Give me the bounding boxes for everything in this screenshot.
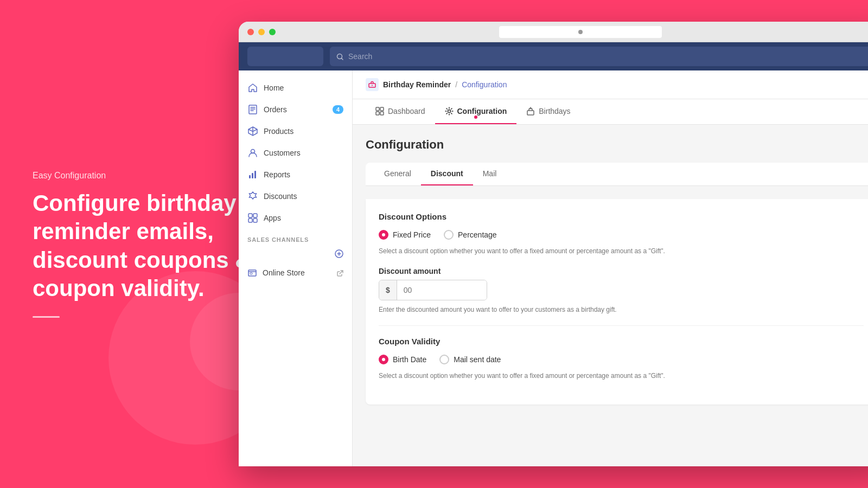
breadcrumb-app: Birthday Reminder xyxy=(383,80,451,89)
config-card: Discount Options Fixed Price Percentage xyxy=(366,199,868,404)
home-icon xyxy=(247,82,258,93)
tab-configuration[interactable]: Configuration xyxy=(435,99,517,124)
radio-birth-date[interactable]: Birth Date xyxy=(379,355,426,364)
browser-dot-red[interactable] xyxy=(247,29,254,35)
apps-icon xyxy=(247,213,258,223)
section-divider xyxy=(379,325,864,326)
sidebar-label-home: Home xyxy=(264,84,284,92)
orders-icon xyxy=(247,104,258,115)
svg-rect-16 xyxy=(376,107,379,111)
radio-fixed-price[interactable]: Fixed Price xyxy=(379,230,431,240)
radio-mail-sent-date-circle xyxy=(439,355,449,364)
discount-amount-label: Discount amount xyxy=(379,267,864,275)
radio-mail-sent-date[interactable]: Mail sent date xyxy=(439,355,501,364)
radio-birth-date-label: Birth Date xyxy=(393,355,426,364)
breadcrumb-separator: / xyxy=(455,80,457,89)
sidebar-label-customers: Customers xyxy=(264,149,301,157)
svg-rect-17 xyxy=(380,107,384,111)
breadcrumb-page: Configuration xyxy=(462,80,507,89)
sidebar-item-products[interactable]: Products xyxy=(239,120,352,142)
discounts-icon xyxy=(247,191,258,202)
online-store-icon xyxy=(247,268,257,278)
coupon-validity-group: Birth Date Mail sent date xyxy=(379,355,864,364)
sidebar-label-orders: Orders xyxy=(264,105,287,114)
svg-rect-4 xyxy=(249,175,251,178)
tab-active-dot xyxy=(474,115,477,119)
svg-point-20 xyxy=(448,110,450,113)
sub-tab-general[interactable]: General xyxy=(374,163,421,185)
tab-birthdays[interactable]: Birthdays xyxy=(516,99,580,124)
browser-dot-green[interactable] xyxy=(269,29,276,35)
coupon-validity-help: Select a discount option whether you wan… xyxy=(379,371,864,381)
content-header: Birthday Reminder / Configuration xyxy=(353,70,868,99)
tab-configuration-label: Configuration xyxy=(457,107,507,115)
sidebar-item-customers[interactable]: Customers xyxy=(239,142,352,164)
tab-dashboard-label: Dashboard xyxy=(388,107,425,115)
discount-options-heading: Discount Options xyxy=(379,212,864,221)
coupon-validity-heading: Coupon Validity xyxy=(379,337,864,346)
discount-amount-input-group: $ xyxy=(379,280,487,300)
browser-dot-yellow[interactable] xyxy=(258,29,265,35)
browser-window: Home Orders 4 xyxy=(239,22,868,466)
online-store-label: Online Store xyxy=(263,268,305,277)
svg-rect-9 xyxy=(248,219,252,222)
shop-logo xyxy=(247,47,323,66)
discount-options-help: Select a discount option whether you wan… xyxy=(379,246,864,256)
sidebar-label-apps: Apps xyxy=(264,214,281,222)
radio-mail-sent-date-label: Mail sent date xyxy=(454,355,501,364)
tabs-bar: Dashboard Configuration xyxy=(353,99,868,125)
tab-birthdays-label: Birthdays xyxy=(539,107,570,115)
discount-amount-input[interactable] xyxy=(397,280,487,300)
url-indicator xyxy=(578,30,583,34)
radio-birth-date-circle xyxy=(379,355,388,364)
customers-icon xyxy=(247,147,258,158)
reports-icon xyxy=(247,169,258,180)
sidebar-item-online-store[interactable]: Online Store xyxy=(239,262,352,283)
svg-rect-7 xyxy=(248,214,252,217)
sidebar-item-discounts[interactable]: Discounts xyxy=(239,185,352,207)
sidebar-label-reports: Reports xyxy=(264,170,290,179)
sidebar-item-home[interactable]: Home xyxy=(239,77,352,99)
sidebar-item-orders[interactable]: Orders 4 xyxy=(239,99,352,120)
sidebar-label-discounts: Discounts xyxy=(264,192,297,201)
svg-rect-21 xyxy=(527,111,534,115)
svg-rect-13 xyxy=(250,273,252,274)
content-area: Birthday Reminder / Configuration Dashbo… xyxy=(353,70,868,466)
search-input[interactable] xyxy=(348,52,868,61)
products-icon xyxy=(247,126,258,137)
discount-amount-help: Enter the discounted amount you want to … xyxy=(379,305,864,314)
main-area: Home Orders 4 xyxy=(239,70,868,466)
sub-tab-mail[interactable]: Mail xyxy=(473,163,507,185)
headline-divider xyxy=(33,316,60,318)
svg-rect-18 xyxy=(376,112,379,115)
sidebar-item-reports[interactable]: Reports xyxy=(239,164,352,185)
config-content: Configuration General Discount Mail xyxy=(353,125,868,418)
shopify-admin: Home Orders 4 xyxy=(239,42,868,466)
orders-badge: 4 xyxy=(333,105,343,114)
radio-percentage-label: Percentage xyxy=(458,230,497,239)
top-nav xyxy=(239,42,868,70)
svg-rect-5 xyxy=(252,173,253,178)
search-icon xyxy=(336,52,344,61)
sales-channels-label: SALES CHANNELS xyxy=(239,229,352,246)
tab-dashboard[interactable]: Dashboard xyxy=(366,99,435,124)
config-title: Configuration xyxy=(366,138,868,152)
svg-rect-6 xyxy=(254,171,256,178)
sub-tab-discount[interactable]: Discount xyxy=(421,163,473,185)
sub-tabs: General Discount Mail xyxy=(366,163,868,186)
radio-fixed-price-circle xyxy=(379,230,388,240)
add-sales-channel-icon[interactable] xyxy=(335,248,343,258)
radio-percentage[interactable]: Percentage xyxy=(444,230,497,240)
external-link-icon xyxy=(337,269,343,277)
svg-rect-10 xyxy=(253,219,257,222)
svg-rect-19 xyxy=(380,112,384,115)
sidebar: Home Orders 4 xyxy=(239,70,353,466)
sidebar-item-apps[interactable]: Apps xyxy=(239,207,352,229)
app-icon xyxy=(366,78,379,91)
search-bar[interactable] xyxy=(330,47,868,66)
discount-options-group: Fixed Price Percentage xyxy=(379,230,864,240)
sidebar-label-products: Products xyxy=(264,127,293,136)
svg-rect-8 xyxy=(253,214,257,217)
svg-rect-1 xyxy=(249,105,257,114)
radio-fixed-price-label: Fixed Price xyxy=(393,230,431,239)
